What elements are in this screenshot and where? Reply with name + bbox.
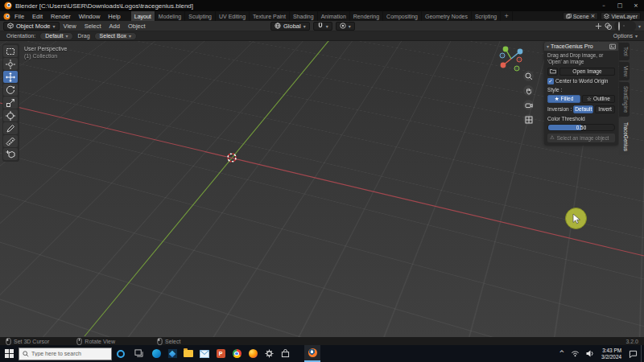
menu-help[interactable]: Help	[104, 13, 124, 20]
style-outline-button[interactable]: ☆ Outline	[582, 95, 615, 103]
select-box-dropdown[interactable]: Select Box ▾	[94, 32, 137, 40]
sidebar-tab-view[interactable]: View	[619, 62, 630, 81]
menu-select[interactable]: Select	[80, 23, 105, 30]
search-input[interactable]	[31, 351, 102, 356]
taskbar-search[interactable]	[19, 348, 112, 360]
axis-x-ball[interactable]	[501, 63, 506, 68]
zoom-view-button[interactable]	[523, 71, 534, 81]
taskbar-icon-photos[interactable]	[164, 345, 180, 362]
menu-add[interactable]: Add	[105, 23, 124, 30]
menu-window[interactable]: Window	[75, 13, 105, 20]
blender-app-icon[interactable]	[3, 13, 10, 20]
menu-render[interactable]: Render	[47, 13, 75, 20]
axis-y-ball[interactable]	[503, 47, 509, 52]
close-button[interactable]: ×	[628, 0, 644, 11]
cortana-button[interactable]	[112, 345, 130, 362]
workspace-tab-texture-paint[interactable]: Texture Paint	[250, 11, 290, 21]
gizmo-toggle-icon[interactable]	[595, 23, 602, 30]
inversion-default-button[interactable]: Default	[573, 105, 593, 113]
scene-selector[interactable]: Scene ×	[563, 12, 599, 20]
taskbar-icon-store[interactable]	[277, 345, 293, 362]
select-box-tool[interactable]	[3, 45, 18, 57]
taskbar-icon-mail[interactable]	[196, 345, 213, 362]
taskbar-icon-file-explorer[interactable]	[180, 345, 196, 362]
workspace-tabs: Layout Modeling Sculpting UV Editing Tex…	[131, 11, 513, 21]
options-dropdown[interactable]: Options ▾	[613, 33, 638, 39]
workspace-tab-compositing[interactable]: Compositing	[383, 11, 422, 21]
workspace-tab-geometry-nodes[interactable]: Geometry Nodes	[422, 11, 472, 21]
shading-wireframe-button[interactable]	[617, 22, 621, 31]
workspace-tab-layout[interactable]: Layout	[131, 11, 155, 21]
shading-material-button[interactable]	[627, 25, 629, 27]
maximize-button[interactable]: □	[612, 0, 628, 11]
inversion-invert-button[interactable]: Invert	[595, 105, 615, 113]
tray-network[interactable]	[568, 345, 583, 362]
sidebar-tab-tracegenius[interactable]: TraceGenius	[619, 118, 630, 155]
workspace-tab-sculpting[interactable]: Sculpting	[185, 11, 216, 21]
orientation-dropdown[interactable]: Global ▾	[270, 22, 310, 31]
menu-view[interactable]: View	[60, 23, 80, 30]
menu-edit[interactable]: Edit	[28, 13, 47, 20]
toggle-ortho-button[interactable]	[523, 114, 534, 125]
measure-tool[interactable]	[3, 135, 18, 147]
workspace-tab-scripting[interactable]: Scripting	[472, 11, 501, 21]
sidebar-tab-stratengine[interactable]: StratEngine	[619, 82, 630, 117]
axis-y-neg-ball[interactable]	[514, 66, 519, 71]
scene-unlink-icon[interactable]: ×	[591, 13, 596, 19]
taskbar-icon-settings[interactable]	[261, 345, 277, 362]
minimize-button[interactable]: –	[596, 0, 612, 11]
sidebar-tab-tool[interactable]: Tool	[619, 43, 630, 60]
cursor-tool[interactable]	[3, 58, 18, 70]
tray-chevron-up-icon[interactable]: ^	[555, 345, 568, 362]
threshold-slider[interactable]: 0.50	[547, 124, 615, 131]
orientation-default-dropdown[interactable]: Default ▾	[39, 32, 73, 40]
pan-view-button[interactable]	[523, 85, 534, 96]
navigation-gizmo[interactable]	[496, 43, 526, 72]
taskbar-icon-powerpoint[interactable]: P	[213, 345, 229, 362]
chevron-down-icon[interactable]: ▾	[638, 23, 641, 29]
move-tool[interactable]	[3, 71, 18, 83]
mode-dropdown[interactable]: Object Mode ▾	[3, 22, 60, 31]
viewport-3d[interactable]: User Perspective (1) Collection	[0, 41, 644, 337]
axis-z-neg-ball[interactable]	[500, 53, 505, 58]
open-image-button[interactable]: Open Image	[559, 68, 615, 76]
shading-rendered-button[interactable]	[631, 25, 633, 27]
center-origin-checkbox[interactable]: ✓	[547, 78, 554, 84]
rotate-tool[interactable]	[3, 84, 18, 96]
taskbar-icon-edge[interactable]	[148, 345, 164, 362]
transform-tool[interactable]	[3, 109, 18, 121]
snap-toggle[interactable]: ▾	[313, 22, 332, 31]
taskbar-clock[interactable]: 3:43 PM 3/2/2024	[597, 348, 625, 360]
overlays-toggle-icon[interactable]	[605, 23, 612, 30]
camera-view-button[interactable]	[523, 100, 534, 110]
star-empty-icon: ☆	[587, 96, 592, 102]
action-center-button[interactable]	[625, 345, 641, 362]
axis-x-neg-ball[interactable]	[517, 57, 522, 62]
taskbar-icon-blender-active[interactable]	[304, 345, 320, 362]
task-view-button[interactable]	[130, 345, 148, 362]
proportional-edit-toggle[interactable]: ▾	[336, 22, 355, 31]
annotate-tool[interactable]	[3, 122, 18, 134]
menu-file[interactable]: File	[10, 13, 28, 20]
tray-volume[interactable]	[583, 345, 597, 362]
taskbar-icon-chrome[interactable]	[229, 345, 245, 362]
workspace-tab-rendering[interactable]: Rendering	[350, 11, 383, 21]
add-workspace-button[interactable]: +	[501, 11, 513, 21]
browse-file-button[interactable]	[547, 68, 558, 76]
collapse-icon[interactable]: ▾	[547, 43, 549, 49]
taskbar-icon-firefox[interactable]	[245, 345, 261, 362]
style-filled-button[interactable]: ★ Filled	[547, 95, 580, 103]
add-cube-tool[interactable]	[3, 148, 18, 160]
viewlayer-selector[interactable]: ViewLayer	[601, 12, 641, 20]
menu-object[interactable]: Object	[124, 23, 150, 30]
scale-tool[interactable]	[3, 97, 18, 109]
workspace-tab-animation[interactable]: Animation	[318, 11, 350, 21]
axis-z-ball[interactable]	[518, 49, 523, 55]
workspace-tab-modeling[interactable]: Modeling	[155, 11, 185, 21]
workspace-tab-uv-editing[interactable]: UV Editing	[216, 11, 250, 21]
shading-solid-button[interactable]	[623, 25, 625, 27]
start-button[interactable]	[0, 345, 19, 362]
workspace-tab-shading[interactable]: Shading	[290, 11, 318, 21]
panel-header[interactable]: ▾ TraceGenius Pro	[544, 42, 618, 51]
show-desktop-button[interactable]	[641, 345, 644, 362]
